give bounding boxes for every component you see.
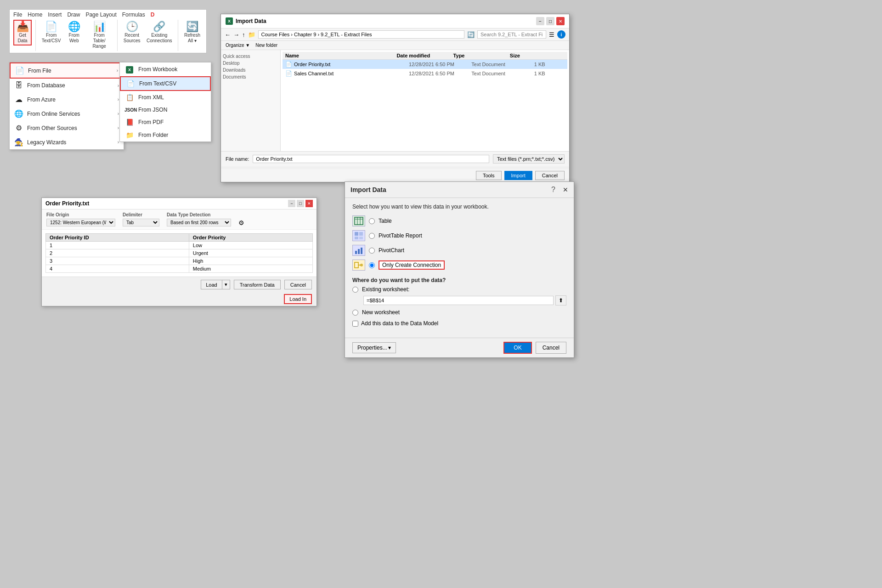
- sidebar-downloads[interactable]: Downloads: [223, 68, 278, 73]
- file-icon-0: 📄: [285, 61, 292, 68]
- preview-cancel-button[interactable]: Cancel: [284, 280, 312, 289]
- menu-item-from-other-sources[interactable]: ⚙ From Other Sources ›: [10, 121, 124, 135]
- file-row-1[interactable]: 📄 Sales Channel.txt 12/28/2021 6:50 PM T…: [283, 69, 567, 78]
- only-connection-radio[interactable]: [369, 262, 375, 268]
- back-button[interactable]: ←: [225, 31, 231, 38]
- dialog-cancel-button[interactable]: Cancel: [536, 342, 566, 354]
- pivot-chart-label: PivotChart: [379, 247, 404, 254]
- maximize-button[interactable]: □: [546, 17, 554, 25]
- refresh-button[interactable]: 🔄: [467, 31, 475, 38]
- up-button[interactable]: ↑: [242, 31, 245, 38]
- text-preview-window: Order Priority.txt − □ ✕ File Origin 125…: [41, 198, 317, 306]
- preview-close[interactable]: ✕: [305, 200, 313, 207]
- from-xml-label: From XML: [138, 94, 164, 101]
- tab-draw[interactable]: Draw: [67, 11, 80, 18]
- file-origin-select[interactable]: 1252: Western European (Windows): [46, 219, 115, 226]
- submenu-from-xml[interactable]: 📋 From XML: [120, 91, 211, 104]
- from-database-icon: 🗄: [14, 81, 23, 90]
- get-data-dropdown: 📄 From File › 🗄 From Database › ☁ From A…: [9, 62, 124, 150]
- submenu-from-workbook[interactable]: X From Workbook: [120, 62, 211, 76]
- pivot-chart-radio[interactable]: [369, 248, 375, 254]
- tab-page-layout[interactable]: Page Layout: [85, 11, 116, 18]
- submenu-from-folder[interactable]: 📁 From Folder: [120, 129, 211, 141]
- file-type-select[interactable]: Text files (*.prn;*.txt;*.csv): [493, 154, 565, 164]
- import-data-close-button[interactable]: ✕: [563, 186, 568, 193]
- info-button[interactable]: i: [557, 30, 565, 39]
- ok-button[interactable]: OK: [503, 342, 531, 354]
- properties-button[interactable]: Properties... ▾: [352, 342, 396, 353]
- submenu-from-text-csv[interactable]: 📄 From Text/CSV: [120, 76, 211, 91]
- preview-minimize[interactable]: −: [288, 200, 295, 207]
- from-text-csv-button[interactable]: 📄 FromText/CSV: [40, 20, 63, 45]
- dialog-sidebar: Quick access Desktop Downloads Documents: [221, 50, 281, 151]
- from-file-arrow: ›: [117, 68, 118, 73]
- get-data-button[interactable]: 📥 GetData: [13, 20, 32, 45]
- from-database-label: From Database: [27, 82, 65, 89]
- tab-insert[interactable]: Insert: [48, 11, 62, 18]
- from-online-arrow: ›: [118, 111, 119, 116]
- recent-sources-button[interactable]: 🕒 RecentSources: [121, 20, 143, 45]
- separator-2: [117, 20, 118, 51]
- radio-only-connection[interactable]: Only Create Connection: [352, 260, 566, 271]
- from-web-button[interactable]: 🌐 FromWeb: [65, 20, 83, 45]
- import-button[interactable]: Import: [504, 171, 532, 180]
- pivot-table-radio[interactable]: [369, 233, 375, 239]
- view-options-button[interactable]: ☰: [549, 31, 554, 38]
- preview-titlebar-controls: − □ ✕: [288, 200, 313, 207]
- import-file-toolbar: ← → ↑ 📁 Course Files › Chapter 9 › 9.2_E…: [221, 28, 569, 41]
- load-button-group: Load ▾: [201, 280, 230, 289]
- radio-pivot-chart[interactable]: PivotChart: [352, 245, 566, 256]
- load-button[interactable]: Load: [201, 280, 221, 289]
- existing-connections-button[interactable]: 🔗 ExistingConnections: [145, 20, 174, 45]
- load-in-button[interactable]: Load In: [284, 294, 312, 304]
- transform-data-button[interactable]: Transform Data: [234, 280, 281, 289]
- sidebar-documents[interactable]: Documents: [223, 74, 278, 79]
- cancel-button[interactable]: Cancel: [535, 171, 565, 180]
- load-dropdown-arrow[interactable]: ▾: [222, 280, 230, 289]
- tab-file[interactable]: File: [13, 11, 22, 18]
- radio-table[interactable]: Table: [352, 215, 566, 226]
- forward-button[interactable]: →: [233, 31, 239, 38]
- menu-item-from-database[interactable]: 🗄 From Database ›: [10, 79, 124, 92]
- folder-button[interactable]: 📁: [248, 31, 255, 38]
- table-radio[interactable]: [369, 218, 375, 224]
- tab-d[interactable]: D: [151, 11, 155, 18]
- radio-pivot-table[interactable]: PivotTable Report: [352, 230, 566, 241]
- worksheet-select-button[interactable]: ⬆: [555, 295, 566, 305]
- organize-btn[interactable]: Organize ▼: [226, 43, 250, 48]
- menu-item-from-file[interactable]: 📄 From File ›: [10, 62, 124, 79]
- sidebar-desktop[interactable]: Desktop: [223, 61, 278, 66]
- file-name-input[interactable]: [253, 155, 489, 163]
- existing-worksheet-row: Existing worksheet:: [352, 286, 566, 293]
- submenu-from-json[interactable]: JSON From JSON: [120, 104, 211, 116]
- new-folder-btn[interactable]: New folder: [255, 43, 277, 48]
- file-row-0[interactable]: 📄 Order Priority.txt 12/28/2021 6:50 PM …: [283, 60, 567, 69]
- new-worksheet-radio[interactable]: [352, 310, 358, 316]
- submenu-from-pdf[interactable]: 📕 From PDF: [120, 116, 211, 129]
- tab-formulas[interactable]: Formulas: [122, 11, 145, 18]
- preview-cell: 3: [46, 257, 189, 265]
- add-to-model-checkbox[interactable]: [352, 321, 358, 327]
- preview-settings-button[interactable]: ⚙: [238, 219, 244, 226]
- data-type-select[interactable]: Based on first 200 rows: [167, 219, 231, 226]
- search-input[interactable]: [477, 30, 546, 39]
- preview-maximize[interactable]: □: [297, 200, 304, 207]
- from-table-range-button[interactable]: 📊 From Table/Range: [85, 20, 113, 51]
- menu-item-from-azure[interactable]: ☁ From Azure ›: [10, 92, 124, 107]
- breadcrumb[interactable]: Course Files › Chapter 9 › 9.2_ETL - Ext…: [258, 30, 465, 39]
- refresh-all-button[interactable]: 🔄 RefreshAll ▾: [182, 20, 203, 45]
- close-button[interactable]: ✕: [556, 17, 565, 25]
- tools-button[interactable]: Tools: [476, 171, 502, 180]
- existing-worksheet-input[interactable]: [363, 296, 554, 305]
- delimiter-select[interactable]: Tab: [123, 219, 159, 226]
- existing-worksheet-radio[interactable]: [352, 287, 358, 293]
- menu-item-legacy-wizards[interactable]: 🧙 Legacy Wizards ›: [10, 135, 124, 149]
- menu-item-from-online-services[interactable]: 🌐 From Online Services ›: [10, 107, 124, 121]
- help-icon[interactable]: ?: [551, 186, 555, 194]
- pivot-chart-icon: [352, 245, 365, 256]
- tab-home[interactable]: Home: [28, 11, 42, 18]
- svg-point-13: [360, 264, 363, 266]
- preview-col-0: Order Priority ID: [46, 234, 189, 242]
- minimize-button[interactable]: −: [536, 17, 544, 25]
- from-table-icon: 📊: [93, 22, 106, 32]
